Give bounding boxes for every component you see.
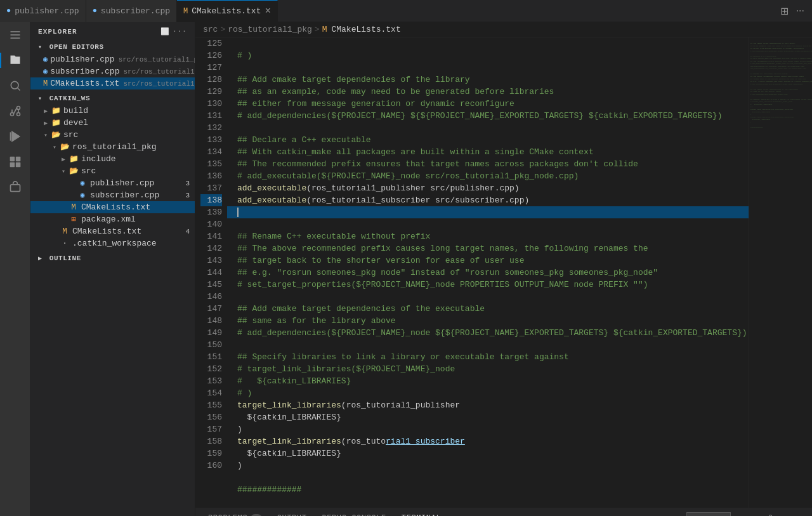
tree-item-catkin-workspace[interactable]: · .catkin_workspace <box>30 237 195 249</box>
split-editor-button[interactable]: ⊞ <box>778 4 791 18</box>
tree-label-packagexml: package.xml <box>81 215 136 224</box>
tree-label-src-root: src <box>63 130 78 140</box>
tree-item-packagexml[interactable]: ⊞ package.xml <box>30 213 195 225</box>
panel-tab-debug-console[interactable]: DEBUG CONSOLE <box>314 508 393 517</box>
sidebar-title-text: Explorer <box>38 28 77 36</box>
breadcrumb-sep-2: > <box>315 25 320 34</box>
tree-item-cmakelists-root[interactable]: M CMakeLists.txt 4 <box>30 225 195 237</box>
tab-icon-subscriber: ● <box>93 6 97 15</box>
terminal-selector[interactable]: 1: bash <box>686 512 731 516</box>
minimap-content: ## Add cmake target dependencies of the … <box>749 37 812 508</box>
tab-cmakelists[interactable]: M CMakeLists.txt × <box>177 0 278 22</box>
tree-item-src-inner[interactable]: ▾ 📂 src <box>30 165 195 177</box>
kill-terminal-button[interactable]: 🗑 <box>763 512 778 516</box>
line-numbers: 125126127128 129130131132 133134135136 1… <box>195 37 227 508</box>
file-icon-subscriber: ◉ <box>43 67 48 76</box>
file-icon-cmakelists-tree: M <box>69 203 79 212</box>
catkin-ws-arrow: ▾ <box>38 95 43 102</box>
tree-label-publisher: publisher.cpp <box>90 178 154 188</box>
breadcrumb-part-3[interactable]: CMakeLists.txt <box>331 25 400 34</box>
svg-line-4 <box>17 88 20 91</box>
tree-label-ros-pkg: ros_tutorial1_pkg <box>72 142 157 152</box>
open-editor-publisher[interactable]: ◉ publisher.cpp src/ros_tutorial1_pkg/sr… <box>30 53 195 65</box>
activity-icon-run[interactable] <box>8 129 23 144</box>
activity-icon-search[interactable] <box>8 78 23 93</box>
activity-icon-menu[interactable] <box>8 27 23 43</box>
folder-icon-devel: 📁 <box>51 118 61 128</box>
file-icon-publisher-tree: ◉ <box>77 178 88 188</box>
tree-label-catkin-workspace: .catkin_workspace <box>72 239 157 248</box>
section-open-editors[interactable]: ▾ OPEN EDITORS <box>30 41 195 53</box>
tab-subscriber-cpp[interactable]: ● subscriber.cpp <box>86 0 177 22</box>
panel-tab-output[interactable]: OUTPUT <box>270 508 315 517</box>
tree-item-cmakelists[interactable]: M CMakeLists.txt <box>30 201 195 213</box>
open-editor-cmake[interactable]: M CMakeLists.txt src/ros_tutorial1_pkg <box>30 77 195 89</box>
more-icon[interactable]: ··· <box>173 27 187 36</box>
panel-tab-problems[interactable]: PROBLEMS 6 <box>200 508 270 517</box>
arrow-ros-pkg: ▾ <box>49 143 60 151</box>
open-editors-label: OPEN EDITORS <box>49 43 104 51</box>
new-terminal-button[interactable]: + <box>733 512 744 516</box>
folder-icon-ros-pkg: 📂 <box>60 142 70 152</box>
svg-rect-0 <box>10 31 20 32</box>
folder-icon-src-root: 📂 <box>51 130 61 140</box>
arrow-src-root: ▾ <box>41 131 51 139</box>
sidebar-title: Explorer ⬜ ··· <box>30 22 195 41</box>
tree-label-cmakelists: CMakeLists.txt <box>81 202 150 212</box>
file-icon-subscriber-tree: ◉ <box>77 190 88 200</box>
section-catkin-ws[interactable]: ▾ CATKIN_WS <box>30 92 195 105</box>
open-editor-subscriber[interactable]: ◉ subscriber.cpp src/ros_tutorial1_pkg/s… <box>30 65 195 77</box>
breadcrumb-sep-1: > <box>220 25 225 34</box>
open-editor-publisher-path: src/ros_tutorial1_pkg/src <box>115 56 195 63</box>
activity-icon-remote[interactable] <box>8 180 23 195</box>
tree-label-subscriber: subscriber.cpp <box>90 190 159 200</box>
tree-item-include[interactable]: ▶ 📁 include <box>30 153 195 165</box>
editor-area: src > ros_tutorial1_pkg > M CMakeLists.t… <box>195 22 812 516</box>
breadcrumb-icon-cmake: M <box>322 25 327 34</box>
new-file-icon[interactable]: ⬜ <box>160 27 170 36</box>
split-terminal-button[interactable]: ⊞ <box>747 512 761 517</box>
sidebar: Explorer ⬜ ··· ▾ OPEN EDITORS ◉ publishe… <box>30 22 195 516</box>
tab-label-publisher: publisher.cpp <box>15 6 79 16</box>
activity-icon-source-control[interactable] <box>8 103 23 119</box>
svg-rect-1 <box>10 34 20 36</box>
badge-publisher: 3 <box>185 180 195 187</box>
code-content[interactable]: # ) ## Add cmake target dependencies of … <box>227 37 749 508</box>
section-outline[interactable]: ▶ OUTLINE <box>30 252 195 265</box>
close-panel-button[interactable]: × <box>796 512 807 516</box>
tab-actions: ⊞ ··· <box>778 4 812 18</box>
open-editor-subscriber-label: subscriber.cpp <box>50 67 119 76</box>
activity-icon-extensions[interactable] <box>8 154 23 169</box>
outline-label: OUTLINE <box>49 255 81 262</box>
more-actions-button[interactable]: ··· <box>794 4 807 18</box>
panel-tabs: PROBLEMS 6 OUTPUT DEBUG CONSOLE TERMINAL <box>195 508 812 516</box>
breadcrumb-part-2[interactable]: ros_tutorial1_pkg <box>228 25 312 34</box>
svg-rect-13 <box>15 162 20 168</box>
file-icon-cmakelists-root: M <box>60 227 70 236</box>
tree-item-src-root[interactable]: ▾ 📂 src <box>30 129 195 141</box>
sidebar-header-actions: ⬜ ··· <box>160 27 187 36</box>
panel-tab-terminal[interactable]: TERMINAL <box>394 508 449 517</box>
tab-close-cmake[interactable]: × <box>265 6 271 17</box>
svg-point-6 <box>16 107 20 110</box>
svg-rect-11 <box>15 157 20 162</box>
open-editor-cmake-label: CMakeLists.txt <box>50 79 119 88</box>
tree-item-build[interactable]: ▶ 📁 build <box>30 105 195 117</box>
svg-marker-8 <box>12 132 20 142</box>
arrow-devel: ▶ <box>41 119 51 127</box>
tree-item-subscriber[interactable]: ◉ subscriber.cpp 3 <box>30 189 195 201</box>
arrow-include: ▶ <box>58 155 69 163</box>
breadcrumb-part-1[interactable]: src <box>203 25 218 34</box>
tree-item-publisher[interactable]: ◉ publisher.cpp 3 <box>30 177 195 189</box>
open-editor-publisher-label: publisher.cpp <box>50 55 114 64</box>
arrow-build: ▶ <box>41 107 51 115</box>
file-icon-cmake-open: M <box>43 79 48 88</box>
tree-item-devel[interactable]: ▶ 📁 devel <box>30 117 195 129</box>
tree-item-ros-pkg[interactable]: ▾ 📂 ros_tutorial1_pkg <box>30 141 195 153</box>
badge-cmakelists-root: 4 <box>185 228 195 235</box>
minimap: ## Add cmake target dependencies of the … <box>749 37 812 508</box>
activity-icon-explorer[interactable] <box>8 53 23 68</box>
tab-publisher-cpp[interactable]: ● publisher.cpp <box>0 0 86 22</box>
maximize-panel-button[interactable]: ∧ <box>781 512 794 517</box>
open-editors-arrow: ▾ <box>38 44 43 51</box>
